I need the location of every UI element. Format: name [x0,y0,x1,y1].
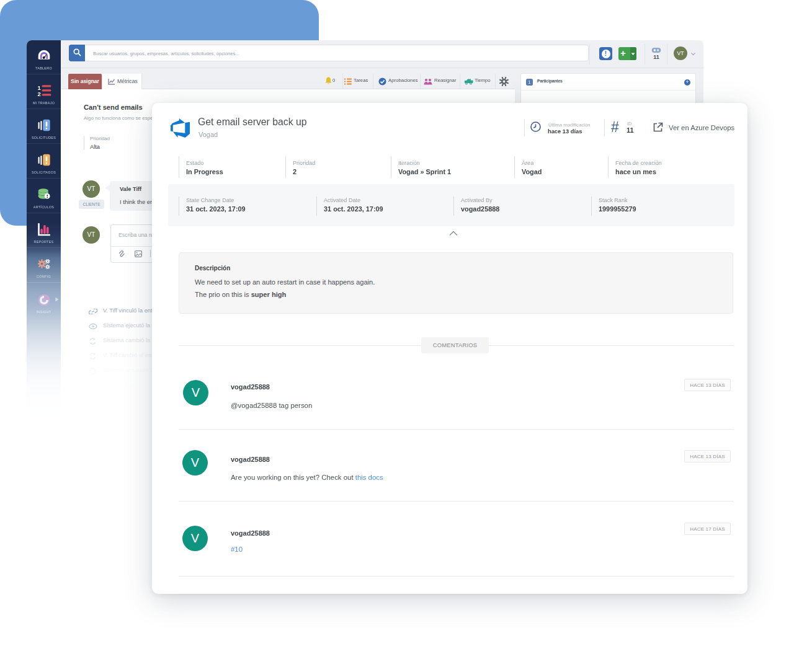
svg-text:2: 2 [37,91,40,97]
